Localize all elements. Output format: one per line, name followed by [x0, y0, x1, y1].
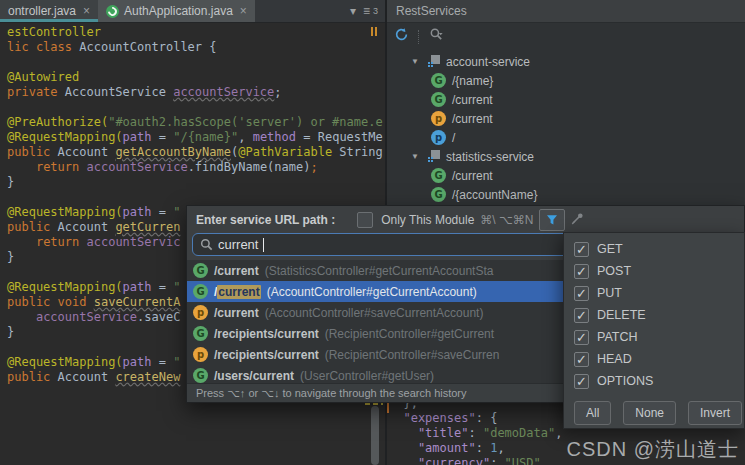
pin-icon[interactable] [571, 211, 584, 229]
filter-method-label: PUT [597, 286, 622, 300]
toolbar-divider [418, 30, 420, 44]
get-method-icon: G [193, 368, 208, 383]
code-token: AccountService [65, 85, 173, 99]
put-method-icon: p [431, 130, 446, 145]
filter-method-delete[interactable]: ✓DELETE [564, 304, 744, 326]
code-token: AccountController { [79, 40, 216, 54]
code-token: "demoData" [483, 426, 555, 440]
filter-method-get[interactable]: ✓GET [564, 238, 744, 260]
method-list: ✓GET✓POST✓PUT✓DELETE✓PATCH✓HEAD✓OPTIONS [564, 238, 744, 392]
none-button[interactable]: None [623, 401, 676, 425]
close-icon[interactable]: × [240, 4, 247, 18]
panel-title: RestServices [396, 4, 467, 18]
code-token: String n [332, 145, 383, 159]
filter-method-patch[interactable]: ✓PATCH [564, 326, 744, 348]
tabs-list-icon[interactable]: ≡ [363, 4, 370, 18]
editor-scrollbar[interactable] [371, 406, 379, 465]
code-token: Account [58, 220, 116, 234]
all-button[interactable]: All [574, 401, 611, 425]
filter-method-put[interactable]: ✓PUT [564, 282, 744, 304]
code-token: @PathVariable [238, 145, 332, 159]
tree-item[interactable]: p/ [387, 128, 745, 147]
result-detail: (AccountController#getCurrentAccount) [267, 285, 477, 299]
result-path: /recipients/current [214, 348, 319, 362]
code-token: public [7, 220, 58, 234]
method-filter-dropdown: ✓GET✓POST✓PUT✓DELETE✓PATCH✓HEAD✓OPTIONS … [563, 232, 745, 429]
tree-item-label: / [452, 131, 455, 145]
code-token: public void [7, 295, 94, 309]
code-token [7, 160, 36, 174]
code-token: Account [58, 370, 116, 384]
code-line: lic class AccountController { [7, 40, 383, 55]
close-icon[interactable]: × [83, 4, 90, 18]
tab-authapplication[interactable]: AuthApplication.java × [98, 0, 255, 22]
rest-services-tree: ▼account-serviceG/{name}G/currentp/curre… [387, 50, 745, 204]
json-editor[interactable]: }, "expenses": { "title": "demoData", "a… [389, 396, 562, 465]
code-token: "currency" [389, 456, 490, 465]
checkbox-icon[interactable]: ✓ [574, 264, 589, 279]
match-highlight: current [217, 285, 260, 299]
tree-item[interactable]: ▼statistics-service [387, 147, 745, 166]
filter-method-label: POST [597, 264, 631, 278]
tree-item[interactable]: G/current [387, 90, 745, 109]
code-token: " [173, 205, 180, 219]
post-method-icon: p [193, 305, 208, 320]
checkbox-icon[interactable]: ✓ [574, 352, 589, 367]
checkbox-icon[interactable]: ✓ [574, 308, 589, 323]
code-token: : [476, 441, 490, 455]
filter-method-label: HEAD [597, 352, 632, 366]
code-token: lic class [7, 40, 79, 54]
code-token: , [497, 441, 504, 455]
result-detail: (RecipientController#getCurrent [325, 327, 494, 341]
tree-item[interactable]: G/{name} [387, 71, 745, 90]
result-detail: (AccountController#saveCurrentAccount) [265, 306, 484, 320]
filter-buttons-row: AllNoneInvert [564, 392, 744, 425]
checkbox-icon[interactable]: ✓ [574, 330, 589, 345]
code-token: .saveC [137, 310, 180, 324]
tree-item[interactable]: p/current [387, 109, 745, 128]
code-token: = [152, 355, 174, 369]
get-method-icon: G [193, 263, 208, 278]
filter-method-label: OPTIONS [597, 374, 653, 388]
tree-item-label: /{accountName} [452, 188, 537, 202]
tabs-dropdown-icon[interactable]: ▾ [350, 4, 356, 18]
code-token: @RequestMapping( [7, 205, 123, 219]
tree-item[interactable]: G/current [387, 166, 745, 185]
only-this-module-checkbox[interactable] [357, 212, 373, 228]
module-icon [427, 55, 440, 68]
filter-method-label: GET [597, 242, 623, 256]
code-line: "currency": "USD", [389, 456, 562, 465]
code-token: public [7, 370, 58, 384]
search-input[interactable]: current [192, 233, 619, 256]
code-token: accountService [86, 160, 187, 174]
tree-item[interactable]: G/{accountName} [387, 185, 745, 204]
filter-method-label: PATCH [597, 330, 638, 344]
tab-accountcontroller[interactable]: ontroller.java × [0, 0, 98, 22]
invert-button[interactable]: Invert [688, 401, 742, 425]
search-settings-icon[interactable] [429, 27, 444, 46]
refresh-icon[interactable] [394, 27, 409, 46]
method-filter-button[interactable] [539, 209, 565, 231]
get-method-icon: G [431, 73, 446, 88]
code-token: "amount" [389, 441, 476, 455]
filter-method-post[interactable]: ✓POST [564, 260, 744, 282]
checkbox-icon[interactable]: ✓ [574, 286, 589, 301]
code-token: = [152, 205, 174, 219]
chevron-expanded-icon[interactable]: ▼ [409, 152, 421, 161]
code-token: "title" [389, 426, 468, 440]
code-token: @PreAuthorize( [7, 115, 108, 129]
checkbox-icon[interactable]: ✓ [574, 374, 589, 389]
get-method-icon: G [431, 187, 446, 202]
code-token: accountServic [86, 235, 180, 249]
code-token: @RequestMapping( [7, 355, 123, 369]
filter-method-options[interactable]: ✓OPTIONS [564, 370, 744, 392]
checkbox-icon[interactable]: ✓ [574, 242, 589, 257]
code-line: private AccountService accountService; [7, 85, 383, 100]
tree-zone: ▼account-serviceG/{name}G/currentp/curre… [387, 23, 745, 206]
filter-method-head[interactable]: ✓HEAD [564, 348, 744, 370]
chevron-expanded-icon[interactable]: ▼ [409, 57, 421, 66]
tree-item-label: statistics-service [446, 150, 534, 164]
code-token: , [541, 456, 548, 465]
tree-item[interactable]: ▼account-service [387, 52, 745, 71]
get-method-icon: G [431, 168, 446, 183]
